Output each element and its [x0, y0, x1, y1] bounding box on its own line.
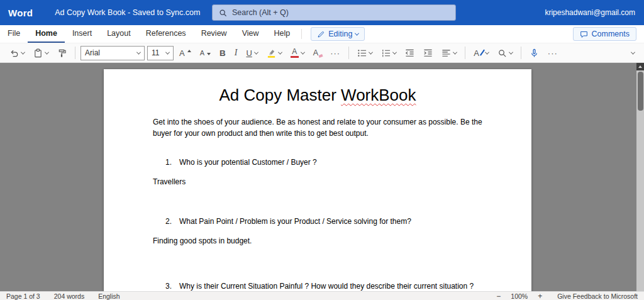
ribbon-divider — [348, 47, 349, 59]
list-number: 2. — [165, 217, 179, 226]
zoom-out-button[interactable]: − — [496, 292, 501, 300]
chevron-down-icon — [136, 50, 141, 54]
tab-home[interactable]: Home — [28, 25, 65, 43]
highlighter-icon — [267, 48, 276, 58]
more-commands-button[interactable]: ··· — [545, 45, 561, 61]
question-2[interactable]: 2. What Pain Point / Problem is your Pro… — [153, 217, 482, 226]
alignment-button[interactable] — [438, 45, 460, 61]
clear-formatting-button[interactable]: A — [310, 45, 325, 61]
paste-button[interactable] — [30, 45, 52, 61]
scrollbar-thumb[interactable] — [638, 72, 643, 111]
question-2-text[interactable]: What Pain Point / Problem is your Produc… — [179, 217, 411, 226]
grow-font-button[interactable]: A — [176, 45, 194, 61]
question-1-text[interactable]: Who is your potential Customer / Buyer ? — [179, 158, 317, 167]
underline-button[interactable]: U — [243, 45, 260, 61]
chevron-down-icon — [45, 50, 49, 54]
font-color-icon: A — [291, 48, 299, 58]
list-number: 1. — [165, 158, 179, 167]
tab-insert[interactable]: Insert — [65, 25, 99, 43]
font-size-select[interactable]: 11 — [147, 46, 174, 60]
shrink-font-icon: A — [200, 49, 204, 57]
font-color-button[interactable]: A — [287, 45, 308, 61]
numbering-button[interactable] — [378, 45, 399, 61]
arrow-down-icon — [207, 53, 211, 55]
document-title[interactable]: Ad Copy Work Book - Saved to Sync.com — [55, 8, 200, 17]
format-painter-icon — [57, 48, 67, 58]
microphone-icon — [530, 48, 539, 58]
ribbon-toolbar: Arial 11 A A B I U A A — [0, 43, 644, 63]
tab-review[interactable]: Review — [194, 25, 235, 43]
find-button[interactable] — [494, 45, 516, 61]
increase-indent-button[interactable] — [420, 45, 436, 61]
account-email[interactable]: kripeshadwani@gmail.com — [545, 8, 635, 17]
status-bar: Page 1 of 3 204 words English − 100% + G… — [0, 291, 644, 300]
list-number: 3. — [165, 282, 179, 291]
comment-icon — [580, 30, 588, 38]
more-font-options-button[interactable]: ··· — [327, 45, 343, 61]
shrink-font-button[interactable]: A — [197, 45, 214, 61]
question-3-text[interactable]: Why is their Current Situation Painful ?… — [179, 282, 474, 291]
styles-button[interactable]: A — [470, 45, 492, 61]
editing-mode-button[interactable]: Editing — [311, 27, 365, 41]
menu-divider — [301, 29, 302, 39]
question-1[interactable]: 1. Who is your potential Customer / Buye… — [153, 158, 482, 167]
tab-layout[interactable]: Layout — [99, 25, 138, 43]
feedback-link[interactable]: Give Feedback to Microsoft — [557, 292, 638, 300]
font-name-select[interactable]: Arial — [80, 46, 145, 60]
tab-view[interactable]: View — [235, 25, 267, 43]
align-left-icon — [441, 48, 451, 58]
ribbon-divider — [521, 47, 521, 59]
undo-icon — [9, 48, 19, 58]
search-placeholder: Search (Alt + Q) — [232, 8, 289, 17]
dictate-button[interactable] — [526, 45, 542, 61]
undo-button[interactable] — [6, 45, 28, 61]
answer-1[interactable]: Travellers — [153, 177, 482, 186]
highlight-color-button[interactable] — [264, 45, 285, 61]
search-icon — [497, 48, 507, 58]
comments-button[interactable]: Comments — [573, 27, 636, 41]
zoom-in-button[interactable]: + — [538, 292, 542, 300]
answer-2[interactable]: Finding good spots in budget. — [153, 236, 482, 245]
scroll-up-arrow-icon[interactable] — [636, 63, 644, 70]
word-count[interactable]: 204 words — [54, 292, 84, 300]
chevron-down-icon — [278, 50, 282, 54]
zoom-level[interactable]: 100% — [511, 292, 528, 300]
chevron-down-icon — [631, 50, 635, 54]
format-painter-button[interactable] — [54, 45, 70, 61]
document-page[interactable]: Ad Copy Master WorkBook Get into the sho… — [104, 69, 531, 291]
italic-button[interactable]: I — [231, 45, 241, 61]
clear-formatting-icon: A — [313, 48, 321, 57]
word-logo[interactable]: Word — [8, 8, 33, 18]
menu-bar: File Home Insert Layout References Revie… — [0, 25, 644, 43]
tab-file[interactable]: File — [0, 25, 28, 43]
ribbon-divider — [75, 47, 75, 59]
search-input[interactable]: Search (Alt + Q) — [212, 4, 456, 21]
vertical-scrollbar[interactable] — [636, 63, 644, 291]
chevron-down-icon — [21, 50, 25, 54]
bullets-button[interactable] — [354, 45, 375, 61]
chevron-down-icon — [509, 50, 513, 54]
ellipsis-icon: ··· — [330, 48, 340, 58]
app-header: Word Ad Copy Work Book - Saved to Sync.c… — [0, 0, 644, 25]
chevron-down-icon — [254, 50, 258, 54]
chevron-down-icon — [453, 50, 457, 54]
tab-help[interactable]: Help — [267, 25, 298, 43]
decrease-indent-button[interactable] — [402, 45, 418, 61]
chevron-down-icon — [301, 50, 305, 54]
chevron-down-icon — [392, 50, 397, 54]
collapse-ribbon-button[interactable] — [628, 45, 638, 61]
page-count[interactable]: Page 1 of 3 — [6, 292, 40, 300]
misspelled-word[interactable]: WorkBook — [341, 86, 416, 104]
styles-icon: A — [474, 48, 483, 58]
chevron-down-icon — [355, 31, 359, 35]
intro-paragraph[interactable]: Get into the shoes of your audience. Be … — [153, 116, 482, 139]
chevron-down-icon — [369, 50, 373, 54]
bold-button[interactable]: B — [216, 45, 229, 61]
search-icon — [219, 9, 227, 17]
document-heading[interactable]: Ad Copy Master WorkBook — [153, 86, 482, 105]
bold-icon: B — [219, 48, 226, 58]
question-3[interactable]: 3. Why is their Current Situation Painfu… — [153, 282, 482, 291]
ribbon-divider — [465, 47, 465, 59]
tab-references[interactable]: References — [138, 25, 194, 43]
language-indicator[interactable]: English — [98, 292, 119, 300]
